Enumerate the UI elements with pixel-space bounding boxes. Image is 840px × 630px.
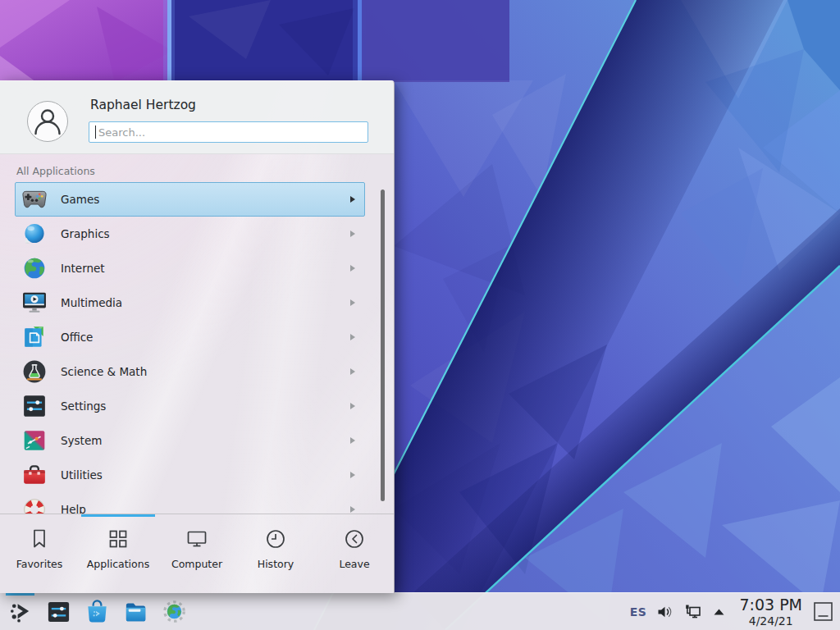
system-settings-icon bbox=[46, 599, 71, 624]
tab-label: History bbox=[258, 558, 294, 570]
tab-label: Applications bbox=[87, 558, 149, 570]
submenu-arrow-icon bbox=[350, 265, 355, 272]
menu-item-internet[interactable]: Internet bbox=[15, 251, 365, 285]
clock-date: 4/24/21 bbox=[739, 615, 802, 627]
application-launcher-button[interactable] bbox=[7, 593, 34, 630]
system-sliders-icon bbox=[22, 428, 47, 453]
user-name: Raphael Hertzog bbox=[90, 98, 196, 112]
user-icon bbox=[28, 102, 67, 141]
search-input[interactable] bbox=[89, 121, 368, 143]
tab-applications[interactable]: Applications bbox=[79, 514, 158, 593]
discover-bag-icon bbox=[84, 599, 110, 624]
submenu-arrow-icon bbox=[350, 196, 355, 203]
menu-item-label: Graphics bbox=[61, 227, 350, 240]
tab-favorites[interactable]: Favorites bbox=[0, 514, 79, 593]
submenu-arrow-icon bbox=[350, 299, 355, 306]
blue-folder-icon bbox=[123, 599, 148, 624]
submenu-arrow-icon bbox=[350, 472, 355, 478]
system-settings-button[interactable] bbox=[45, 593, 72, 630]
expand-tray-icon[interactable] bbox=[713, 608, 725, 616]
clock-icon bbox=[263, 527, 288, 551]
text-caret bbox=[95, 126, 96, 139]
discover-button[interactable] bbox=[84, 593, 111, 630]
globe-gear-icon bbox=[162, 599, 187, 624]
launcher-tab-bar: Favorites Applications Computer bbox=[0, 514, 394, 593]
menu-item-help[interactable]: Help bbox=[15, 492, 365, 514]
menu-scrollbar[interactable] bbox=[381, 189, 385, 501]
menu-item-label: Games bbox=[61, 193, 350, 206]
menu-item-label: Science & Math bbox=[61, 365, 350, 378]
taskbar-launchers bbox=[7, 593, 188, 630]
menu-item-label: Multimedia bbox=[61, 296, 350, 309]
leave-circle-icon bbox=[342, 527, 367, 551]
paint-sphere-icon bbox=[22, 221, 47, 246]
volume-icon[interactable] bbox=[657, 605, 673, 619]
documents-icon bbox=[22, 325, 47, 349]
taskbar-panel: ES 7:03 PM 4/24/21 bbox=[0, 592, 840, 630]
tab-label: Computer bbox=[171, 558, 222, 570]
monitor-icon bbox=[185, 527, 209, 551]
menu-item-label: Utilities bbox=[61, 468, 350, 482]
category-list: Games Graphics Internet bbox=[15, 182, 365, 514]
kde-kickoff-icon bbox=[7, 599, 33, 624]
menu-item-graphics[interactable]: Graphics bbox=[15, 217, 365, 251]
menu-item-science-math[interactable]: Science & Math bbox=[15, 354, 365, 389]
tab-label: Favorites bbox=[16, 558, 62, 570]
gamepad-icon bbox=[22, 187, 47, 212]
tab-label: Leave bbox=[339, 558, 369, 570]
menu-item-settings[interactable]: Settings bbox=[15, 389, 365, 423]
menu-item-system[interactable]: System bbox=[15, 423, 365, 458]
menu-item-label: Help bbox=[61, 503, 350, 514]
submenu-arrow-icon bbox=[350, 437, 355, 444]
tab-history[interactable]: History bbox=[236, 514, 315, 593]
tab-leave[interactable]: Leave bbox=[315, 514, 394, 593]
menu-item-utilities[interactable]: Utilities bbox=[15, 458, 365, 492]
menu-item-label: System bbox=[61, 434, 350, 447]
menu-item-multimedia[interactable]: Multimedia bbox=[15, 285, 365, 320]
system-tray: ES 7:03 PM 4/24/21 bbox=[630, 597, 833, 627]
user-avatar[interactable] bbox=[27, 101, 68, 142]
submenu-arrow-icon bbox=[350, 334, 355, 340]
section-label: All Applications bbox=[16, 165, 95, 177]
launcher-header: Raphael Hertzog bbox=[0, 81, 394, 154]
application-launcher-menu: Raphael Hertzog All Applications Games bbox=[0, 80, 395, 593]
media-screen-icon bbox=[22, 290, 47, 315]
tab-computer[interactable]: Computer bbox=[158, 514, 236, 593]
bookmark-icon bbox=[27, 527, 52, 551]
show-desktop-icon[interactable] bbox=[813, 601, 833, 622]
menu-item-label: Internet bbox=[61, 262, 350, 275]
flask-icon bbox=[22, 359, 47, 384]
toolbox-icon bbox=[22, 463, 47, 487]
menu-item-label: Settings bbox=[61, 399, 350, 413]
submenu-arrow-icon bbox=[350, 368, 355, 375]
keyboard-layout-indicator[interactable]: ES bbox=[630, 605, 647, 619]
menu-item-office[interactable]: Office bbox=[15, 320, 365, 354]
submenu-arrow-icon bbox=[350, 403, 355, 409]
digital-clock[interactable]: 7:03 PM 4/24/21 bbox=[739, 597, 802, 627]
apps-grid-icon bbox=[106, 527, 130, 551]
menu-item-games[interactable]: Games bbox=[15, 182, 365, 217]
globe-icon bbox=[22, 256, 47, 281]
submenu-arrow-icon bbox=[350, 231, 355, 237]
lifebuoy-icon bbox=[22, 497, 47, 514]
web-browser-button[interactable] bbox=[161, 593, 188, 630]
clock-time: 7:03 PM bbox=[739, 597, 802, 613]
file-manager-button[interactable] bbox=[122, 593, 149, 630]
menu-item-label: Office bbox=[61, 331, 350, 344]
sliders-icon bbox=[22, 394, 47, 418]
network-icon[interactable] bbox=[684, 604, 702, 620]
submenu-arrow-icon bbox=[350, 506, 355, 513]
